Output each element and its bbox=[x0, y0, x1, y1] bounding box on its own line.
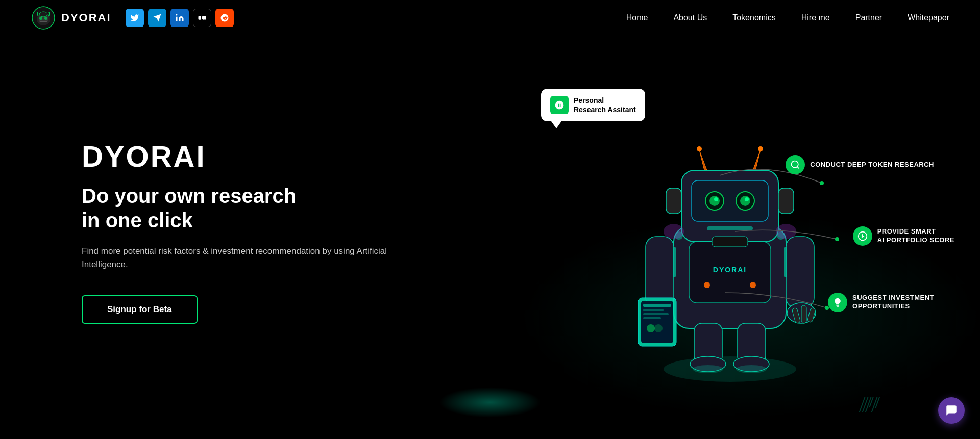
signup-button[interactable]: Signup for Beta bbox=[82, 295, 198, 324]
medium-icon[interactable] bbox=[193, 9, 211, 27]
robot-illustration: DYORAI bbox=[623, 109, 837, 390]
svg-point-22 bbox=[750, 282, 756, 288]
svg-rect-24 bbox=[692, 180, 768, 221]
svg-rect-5 bbox=[40, 21, 47, 22]
svg-rect-38 bbox=[641, 301, 673, 343]
chat-widget[interactable] bbox=[938, 397, 965, 424]
nav-tokenomics[interactable]: Tokenomics bbox=[732, 13, 775, 22]
bottom-decoration bbox=[0, 377, 980, 418]
svg-point-3 bbox=[39, 17, 42, 20]
nav-whitepaper[interactable]: Whitepaper bbox=[908, 13, 949, 22]
lightbulb-icon bbox=[828, 293, 847, 312]
svg-rect-42 bbox=[643, 317, 661, 319]
svg-rect-36 bbox=[646, 237, 674, 308]
svg-point-44 bbox=[654, 324, 663, 332]
hero-section: DYORAI Do your own researchin one click … bbox=[0, 35, 980, 418]
linkedin-icon[interactable] bbox=[170, 9, 189, 27]
svg-text:DYORAI: DYORAI bbox=[713, 266, 747, 274]
svg-point-62 bbox=[776, 224, 796, 239]
nav-home[interactable]: Home bbox=[626, 13, 648, 22]
reddit-icon[interactable] bbox=[215, 9, 234, 27]
svg-rect-33 bbox=[778, 188, 794, 214]
svg-point-28 bbox=[740, 196, 750, 206]
svg-point-29 bbox=[714, 197, 718, 201]
svg-rect-66 bbox=[836, 305, 839, 306]
svg-point-63 bbox=[792, 161, 798, 168]
svg-point-12 bbox=[224, 18, 224, 18]
hero-left: DYORAI Do your own researchin one click … bbox=[82, 139, 413, 324]
svg-point-61 bbox=[664, 224, 684, 239]
svg-rect-40 bbox=[643, 309, 664, 311]
svg-point-35 bbox=[758, 146, 763, 151]
svg-point-6 bbox=[39, 12, 47, 17]
search-icon bbox=[786, 155, 805, 174]
hero-title: DYORAI bbox=[82, 139, 413, 173]
logo[interactable]: DYORAI bbox=[31, 5, 111, 31]
svg-rect-56 bbox=[673, 247, 676, 277]
svg-rect-57 bbox=[784, 247, 787, 277]
social-icons bbox=[126, 9, 234, 27]
right-lines bbox=[862, 397, 878, 412]
portfolio-icon: $ bbox=[853, 226, 872, 246]
svg-point-54 bbox=[693, 365, 723, 373]
nav-right: Home About Us Tokenomics Hire me Partner… bbox=[626, 13, 949, 22]
svg-text:$: $ bbox=[861, 235, 863, 239]
svg-rect-67 bbox=[837, 306, 839, 307]
feature-investment-label: SUGGEST INVESTMENTOPPORTUNITIES bbox=[852, 294, 934, 311]
feature-token-research: CONDUCT DEEP TOKEN RESEARCH bbox=[786, 155, 934, 174]
svg-rect-41 bbox=[643, 313, 669, 315]
nav-hireme[interactable]: Hire me bbox=[801, 13, 830, 22]
logo-icon bbox=[31, 5, 56, 31]
logo-text: DYORAI bbox=[61, 11, 111, 24]
twitter-icon[interactable] bbox=[126, 9, 144, 27]
svg-point-27 bbox=[709, 196, 720, 206]
chat-icon bbox=[945, 404, 958, 417]
svg-rect-60 bbox=[712, 237, 748, 247]
bubble-icon bbox=[550, 96, 569, 114]
hero-right: PersonalResearch Assitant bbox=[521, 73, 939, 390]
svg-rect-48 bbox=[801, 305, 806, 323]
svg-rect-8 bbox=[198, 16, 201, 20]
nav-left: DYORAI bbox=[31, 5, 234, 31]
telegram-icon[interactable] bbox=[148, 9, 166, 27]
svg-point-13 bbox=[225, 18, 226, 18]
svg-point-34 bbox=[697, 146, 702, 151]
bubble-text: PersonalResearch Assitant bbox=[574, 96, 636, 114]
nav-separator bbox=[0, 35, 980, 35]
svg-point-30 bbox=[745, 197, 749, 201]
svg-point-4 bbox=[44, 17, 47, 20]
hero-description: Find more potential risk factors & inves… bbox=[82, 245, 413, 271]
nav-about[interactable]: About Us bbox=[673, 13, 707, 22]
speech-bubble: PersonalResearch Assitant bbox=[541, 89, 645, 121]
nav-partner[interactable]: Partner bbox=[855, 13, 882, 22]
feature-token-research-label: CONDUCT DEEP TOKEN RESEARCH bbox=[810, 161, 934, 169]
svg-rect-39 bbox=[643, 304, 671, 307]
svg-point-21 bbox=[704, 282, 710, 288]
feature-portfolio-score: $ PROVIDE SMARTAI PORTFOLIO SCORE bbox=[853, 226, 954, 246]
svg-point-55 bbox=[736, 365, 767, 373]
feature-investment: SUGGEST INVESTMENTOPPORTUNITIES bbox=[828, 293, 934, 312]
teal-glow bbox=[439, 387, 541, 418]
svg-point-10 bbox=[205, 16, 206, 20]
svg-rect-31 bbox=[707, 226, 753, 230]
svg-point-43 bbox=[647, 324, 655, 332]
svg-rect-45 bbox=[786, 237, 814, 308]
hero-subtitle: Do your own researchin one click bbox=[82, 184, 413, 233]
svg-rect-32 bbox=[666, 188, 681, 214]
svg-point-7 bbox=[176, 14, 177, 15]
feature-portfolio-label: PROVIDE SMARTAI PORTFOLIO SCORE bbox=[877, 227, 954, 245]
navbar: DYORAI Home About Us Tokenomics Hire me … bbox=[0, 0, 980, 35]
